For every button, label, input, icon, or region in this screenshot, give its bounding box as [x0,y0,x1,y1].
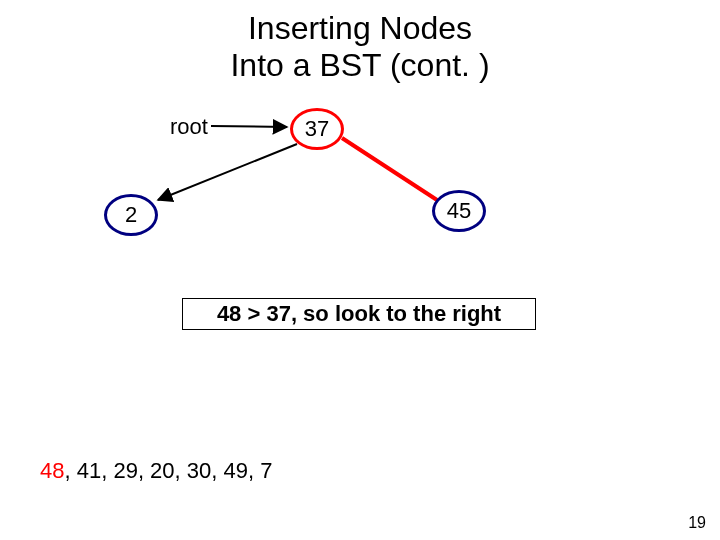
slide-title: Inserting Nodes Into a BST (cont. ) [0,10,720,84]
edge-37-to-2 [158,144,297,200]
slide-title-line1: Inserting Nodes [248,10,472,46]
tree-node-2-value: 2 [125,202,137,228]
slide-title-line2: Into a BST (cont. ) [230,47,489,83]
page-number: 19 [688,514,706,532]
edge-37-to-45 [342,138,437,200]
root-pointer [211,126,287,127]
tree-node-2: 2 [104,194,158,236]
insert-sequence-current: 48 [40,458,64,483]
tree-node-37: 37 [290,108,344,150]
insert-sequence-rest: , 41, 29, 20, 30, 49, 7 [64,458,272,483]
root-label: root [170,114,208,140]
tree-node-37-value: 37 [305,116,329,142]
tree-node-45-value: 45 [447,198,471,224]
comparison-message: 48 > 37, so look to the right [182,298,536,330]
insert-sequence: 48, 41, 29, 20, 30, 49, 7 [40,458,272,484]
tree-node-45: 45 [432,190,486,232]
